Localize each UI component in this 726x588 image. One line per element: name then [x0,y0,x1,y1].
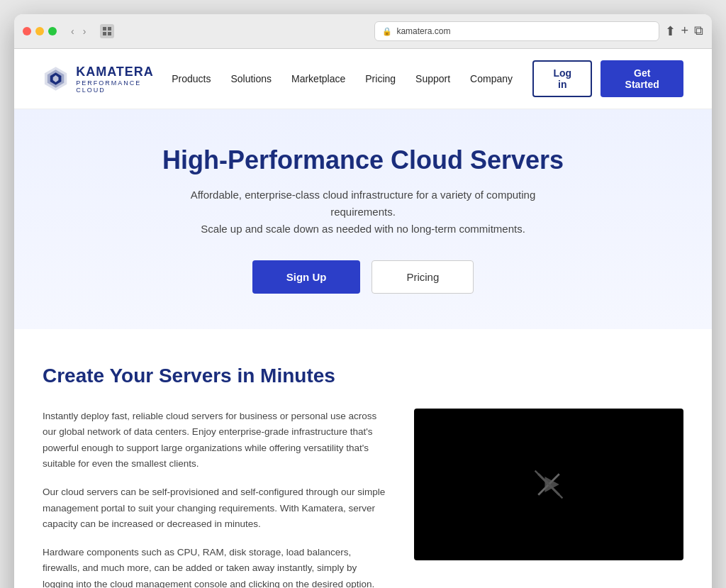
nav-support[interactable]: Support [415,73,450,84]
logo-icon [43,65,69,92]
nav-marketplace[interactable]: Marketplace [291,73,345,84]
toolbar-actions: ⬆ + ⧉ [665,23,704,39]
svg-rect-1 [108,27,111,30]
hero-title: High-Performance Cloud Servers [43,145,683,175]
hero-subtitle: Affordable, enterprise-class cloud infra… [164,187,562,238]
website-content: KAMATERA PERFORMANCE CLOUD Products Solu… [14,49,712,588]
paragraph-1: Instantly deploy fast, reliable cloud se… [43,409,386,472]
nav-pricing[interactable]: Pricing [365,73,396,84]
logo-tagline: PERFORMANCE CLOUD [76,79,172,94]
tab-grid-icon[interactable] [100,24,114,38]
traffic-lights [23,27,57,35]
minimize-button[interactable] [35,27,44,35]
content-row: Instantly deploy fast, reliable cloud se… [43,409,683,588]
logo-text: KAMATERA PERFORMANCE CLOUD [76,65,172,94]
maximize-button[interactable] [48,27,57,35]
section-title: Create Your Servers in Minutes [43,365,683,387]
tab-bar [100,24,369,38]
paragraph-2: Our cloud servers can be self-provisione… [43,484,386,532]
signup-button[interactable]: Sign Up [252,260,361,294]
back-button[interactable]: ‹ [68,24,77,38]
logo[interactable]: KAMATERA PERFORMANCE CLOUD [43,65,172,94]
site-nav: KAMATERA PERFORMANCE CLOUD Products Solu… [14,49,712,109]
hero-buttons: Sign Up Pricing [43,260,683,294]
security-icon: 🔒 [382,27,392,36]
close-button[interactable] [23,27,31,35]
browser-window: ‹ › 🔒 kamatera.com ⬆ + ⧉ [14,14,712,588]
login-button[interactable]: Log in [532,60,592,97]
pricing-button[interactable]: Pricing [372,260,474,294]
address-bar[interactable]: 🔒 kamatera.com [374,21,659,41]
video-container[interactable] [414,409,683,560]
tabs-overview-icon[interactable]: ⧉ [694,23,703,39]
nav-company[interactable]: Company [470,73,513,84]
forward-button[interactable]: › [80,24,89,38]
browser-toolbar: ‹ › 🔒 kamatera.com ⬆ + ⧉ [14,14,712,49]
nav-actions: Log in Get Started [532,60,683,97]
svg-marker-10 [544,477,559,492]
url-display: kamatera.com [396,26,450,36]
svg-rect-0 [103,27,106,30]
main-content: Create Your Servers in Minutes Instantly… [14,329,712,588]
paragraph-3: Hardware components such as CPU, RAM, di… [43,545,386,588]
svg-rect-3 [108,32,111,35]
browser-nav: ‹ › [68,24,89,38]
hero-section: High-Performance Cloud Servers Affordabl… [14,109,712,329]
text-content: Instantly deploy fast, reliable cloud se… [43,409,386,588]
nav-products[interactable]: Products [172,73,211,84]
nav-solutions[interactable]: Solutions [230,73,272,84]
add-tab-icon[interactable]: + [681,23,689,39]
get-started-button[interactable]: Get Started [601,60,683,97]
share-icon[interactable]: ⬆ [665,23,676,39]
nav-links: Products Solutions Marketplace Pricing S… [172,73,513,84]
logo-name: KAMATERA [76,65,172,79]
svg-rect-2 [103,32,106,35]
play-icon [532,467,566,501]
